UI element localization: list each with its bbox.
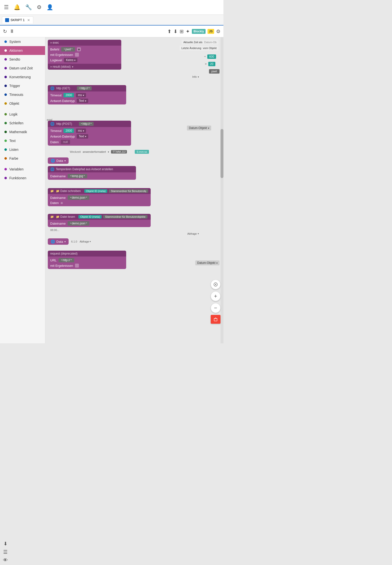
http-post-antwort-label: Antwort-Datentyp	[50, 135, 75, 138]
paet-value: paet	[209, 69, 220, 74]
sparkle-button[interactable]: ✦	[186, 29, 190, 34]
datum-objekt-bottom: Datum-Objekt ▾	[195, 260, 220, 265]
sidebar-item-konvertierung[interactable]: Konvertierung	[0, 73, 45, 81]
script-tab[interactable]: SKRIPT 1 ✕	[2, 16, 33, 24]
sidebar-item-trigger[interactable]: Trigger	[0, 81, 45, 90]
right-panel-aktuelle-zeit: Aktuelle Zeit als Datum-Ob	[182, 40, 219, 45]
center-view-button[interactable]	[211, 280, 221, 289]
menu-icon[interactable]: ☰	[4, 4, 9, 11]
http-post-url[interactable]: ❝http://❞	[79, 122, 94, 126]
trash-button[interactable]	[211, 315, 221, 324]
datei-lesen-dateiname-label: Dateiname	[50, 222, 66, 225]
mit-ergebnissen-label: mit Ergebnissen	[50, 53, 73, 57]
scrollbar-track	[221, 37, 224, 343]
http-get-timeout-value[interactable]: 2000	[63, 93, 74, 97]
datei-schreiben-dateiname-value[interactable]: ❝demo.json❞	[68, 195, 89, 200]
main-layout: System Aktionen Sendto Datum und Zeit Ko…	[0, 37, 224, 343]
js-badge[interactable]: JS	[208, 29, 214, 34]
http-post-antwort-dropdown[interactable]: Text ▾	[77, 134, 88, 139]
scrollbar-thumb[interactable]	[221, 129, 224, 178]
datei-schreiben-daten-label: Daten	[50, 201, 59, 205]
abfrage2: Abfrage ▾	[80, 240, 91, 243]
sidebar-item-variablen[interactable]: Variablen	[0, 165, 45, 174]
export-button[interactable]: ⬇	[173, 29, 178, 34]
sidebar-item-schleifen[interactable]: Schleifen	[0, 119, 45, 128]
close-tab-button[interactable]: ✕	[27, 18, 30, 22]
right-values: ÷ 600 > 20	[204, 54, 216, 66]
tab-script-icon	[5, 18, 9, 22]
data-block-1[interactable]: 🌐 Data ▾	[48, 157, 69, 164]
canvas-area[interactable]: Aktuelle Zeit als Datum-Ob Letzte Änderu…	[45, 37, 224, 343]
value-20: 20	[208, 62, 215, 66]
http-get-header: 🌐 http (GET) ❝http://❞	[48, 85, 126, 91]
http-get-timeout-label: Timeout	[50, 93, 61, 97]
temp-header: 🌐 Temporären Dateipfad aus Antwort erste…	[48, 166, 136, 172]
gear-icon[interactable]: ⚙	[37, 4, 42, 11]
sidebar-item-farbe[interactable]: Farbe	[0, 154, 45, 163]
http-post-daten-label: Daten	[50, 140, 59, 144]
sidebar-item-funktionen[interactable]: Funktionen	[0, 174, 45, 182]
http-post-daten-value: null	[61, 140, 70, 144]
datei-schreiben-objekt-id-badge: Objekt ID (meta)	[84, 189, 108, 193]
request-mit-ergebnissen-checkbox[interactable]	[75, 264, 79, 268]
sidebar-item-logik[interactable]: Logik	[0, 110, 45, 119]
datei-lesen-objekt-id-badge: Objekt ID (meta)	[78, 215, 102, 219]
request-block[interactable]: request (deprecated) URL ❝http://❞ mit E…	[48, 251, 126, 269]
exec-block[interactable]: » exec Befehl ❝pwd❞ ⊕ mit Ergebnissen Lo…	[48, 40, 121, 70]
blockly-badge[interactable]: Blockly	[192, 29, 206, 34]
mit-ergebnissen-checkbox[interactable]	[75, 53, 79, 57]
http-get-antwort-dropdown[interactable]: Text ▾	[77, 99, 88, 103]
request-url-value[interactable]: ❝http://❞	[58, 258, 74, 262]
pause-button[interactable]: ⏸	[10, 29, 14, 34]
http-get-block[interactable]: 🌐 http (GET) ❝http://❞ Timeout 2000 ms ▾…	[48, 85, 126, 104]
exec-options[interactable]: ⊕	[77, 47, 81, 51]
sidebar-item-text[interactable]: Text	[0, 136, 45, 145]
partial-time: 08:00...	[50, 229, 59, 232]
http-get-timeout-unit[interactable]: ms ▾	[76, 93, 86, 97]
settings-button[interactable]: ⚙	[216, 29, 221, 34]
sidebar-item-aktionen[interactable]: Aktionen	[0, 46, 45, 55]
abfrage1: Abfrage ▾	[187, 232, 199, 235]
upload-button[interactable]: ⬆	[167, 29, 171, 34]
datei-schreiben-dateiname-label: Dateiname	[50, 196, 66, 200]
value-600: 600	[207, 54, 216, 59]
http-post-header: 🌐 http (POST) ❝http://❞	[48, 121, 131, 127]
data-block-2[interactable]: 🌐 Data ▾	[48, 238, 69, 245]
sidebar-item-sendto[interactable]: Sendto	[0, 55, 45, 64]
sidebar-item-system[interactable]: System	[0, 37, 45, 46]
sidebar-item-listen[interactable]: Listen	[0, 145, 45, 154]
loglevel-label: Loglevel	[50, 58, 62, 62]
loglevel-dropdown[interactable]: Keins ▾	[64, 58, 77, 62]
datei-lesen-block[interactable]: 📁 📁 Datei lesen Objekt ID (meta) Stammor…	[48, 214, 151, 227]
sidebar-item-timeouts[interactable]: Timeouts	[0, 90, 45, 99]
daten-connector	[61, 202, 63, 204]
temp-dateiname-value[interactable]: ❝temp.jpg❞	[68, 174, 87, 178]
datum-objekt-partial: Datum-Objekt ▾	[187, 126, 211, 131]
right-panel-letzte-aenderung: Letzte Änderung vom Objekt	[180, 46, 219, 50]
http-post-timeout-unit[interactable]: ms ▾	[76, 129, 86, 133]
datei-schreiben-block[interactable]: 📁 📁 Datei schreiben Objekt ID (meta) Sta…	[48, 188, 151, 206]
wrench-icon[interactable]: 🔧	[25, 4, 32, 11]
data-block-2-row: 🌐 Data ▾ 6.1.0 Abfrage ▾	[48, 238, 91, 245]
sidebar: System Aktionen Sendto Datum und Zeit Ko…	[0, 37, 45, 343]
grid-button[interactable]: ⊞	[180, 29, 184, 34]
tab-bar: SKRIPT 1 ✕	[0, 15, 224, 26]
datei-lesen-objekt-id-value[interactable]: Stammordner für Benutzerobjekte	[103, 215, 147, 219]
temp-block[interactable]: 🌐 Temporären Dateipfad aus Antwort erste…	[48, 166, 136, 180]
http-post-block[interactable]: 🌐 http (POST) ❝http://❞ Timeout 2000 ms …	[48, 121, 131, 146]
befehl-label: Befehl	[50, 47, 59, 51]
refresh-button[interactable]: ↻	[3, 29, 7, 34]
http-get-url[interactable]: ❝http://❞	[77, 86, 92, 90]
sidebar-item-objekt[interactable]: Objekt	[0, 99, 45, 108]
befehl-value: ❝pwd❞	[61, 47, 75, 51]
http-post-timeout-value[interactable]: 2000	[63, 129, 74, 133]
zoom-in-button[interactable]: +	[211, 291, 221, 301]
tab-label: SKRIPT 1	[11, 18, 25, 22]
bell-icon[interactable]: 🔔	[14, 4, 20, 11]
sidebar-item-datum-zeit[interactable]: Datum und Zeit	[0, 64, 45, 73]
datei-lesen-dateiname-value[interactable]: ❝demo.json❞	[68, 221, 89, 226]
person-icon[interactable]: 👤	[47, 4, 53, 11]
sidebar-item-mathematik[interactable]: Mathematik	[0, 128, 45, 136]
datei-schreiben-objekt-id-value[interactable]: Stammordner für Benutzerobj	[109, 189, 148, 193]
zoom-out-button[interactable]: −	[211, 303, 221, 313]
